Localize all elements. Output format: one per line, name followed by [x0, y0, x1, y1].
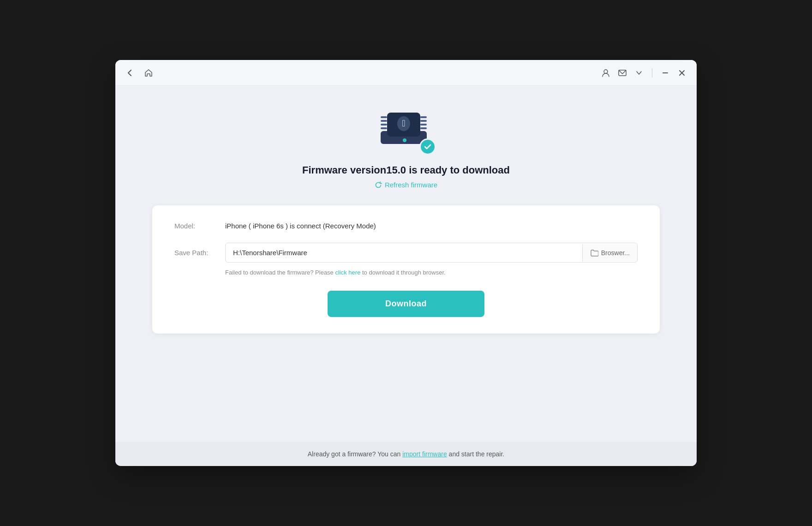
divider	[652, 68, 652, 78]
svg-rect-11	[381, 124, 387, 126]
model-value: iPhone ( iPhone 6s ) is connect (Recover…	[225, 222, 376, 230]
title-bar-left	[125, 67, 154, 78]
hero-section: 	[302, 104, 510, 189]
main-window: 	[115, 60, 697, 466]
title-bar-right	[600, 67, 687, 78]
hint-text: Failed to download the firmware? Please …	[225, 269, 638, 276]
svg-rect-9	[381, 116, 387, 118]
model-row: Model: iPhone ( iPhone 6s ) is connect (…	[174, 222, 638, 230]
path-input[interactable]	[226, 243, 582, 262]
device-icon-container: 	[376, 104, 436, 155]
svg-rect-10	[381, 120, 387, 122]
svg-point-0	[604, 70, 608, 73]
click-here-link[interactable]: click here	[335, 269, 360, 276]
user-icon[interactable]	[600, 67, 611, 78]
svg-rect-14	[420, 120, 427, 122]
model-label: Model:	[174, 222, 225, 230]
refresh-icon	[375, 181, 382, 189]
path-input-wrapper: Broswer...	[225, 243, 638, 263]
path-label: Save Path:	[174, 249, 225, 257]
title-bar	[115, 60, 697, 86]
back-button[interactable]	[125, 67, 136, 78]
chevron-down-icon[interactable]	[633, 67, 645, 78]
import-firmware-link[interactable]: import firmware	[402, 450, 447, 458]
save-path-row: Save Path: Broswer...	[174, 243, 638, 263]
firmware-title: Firmware version15.0 is ready to downloa…	[302, 164, 510, 176]
svg-text:: 	[402, 118, 405, 128]
card: Model: iPhone ( iPhone 6s ) is connect (…	[152, 205, 660, 334]
home-button[interactable]	[143, 67, 154, 78]
svg-rect-13	[420, 116, 427, 118]
check-badge	[419, 138, 436, 155]
svg-point-17	[403, 138, 406, 142]
browse-label: Broswer...	[601, 249, 630, 257]
footer-bar: Already got a firmware? You can import f…	[115, 442, 697, 466]
close-button[interactable]	[676, 67, 687, 78]
mail-icon[interactable]	[617, 67, 628, 78]
refresh-firmware-link[interactable]: Refresh firmware	[375, 181, 437, 189]
download-button[interactable]: Download	[328, 291, 484, 317]
browse-button[interactable]: Broswer...	[582, 244, 637, 262]
main-content: 	[115, 86, 697, 442]
svg-rect-16	[420, 127, 427, 129]
svg-rect-12	[381, 127, 387, 129]
svg-rect-15	[420, 124, 427, 126]
minimize-button[interactable]	[660, 67, 671, 78]
folder-icon	[590, 249, 598, 257]
